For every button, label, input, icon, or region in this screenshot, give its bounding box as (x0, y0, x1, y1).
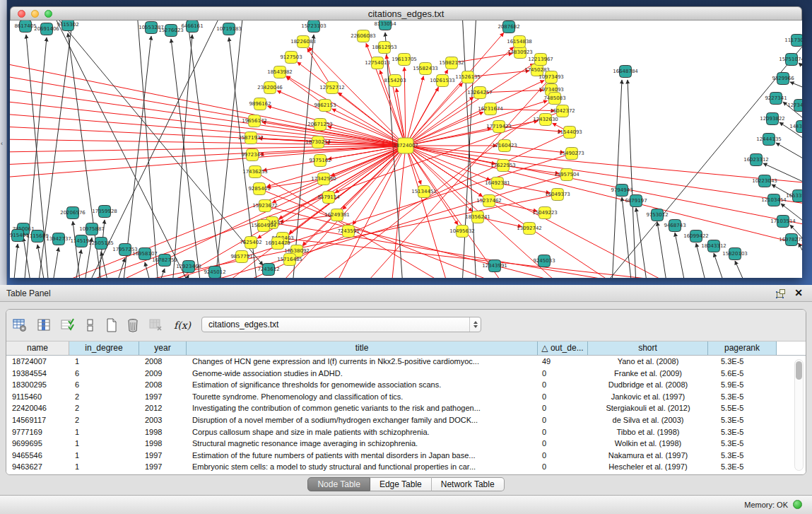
zoom-traffic-light-icon[interactable] (45, 10, 52, 18)
tab-edge-table[interactable]: Edge Table (370, 477, 432, 491)
graph-node-label: 12505185 (88, 240, 114, 246)
column-visibility-button[interactable] (35, 316, 53, 334)
table-cell: 22420046 (6, 402, 69, 414)
table-row[interactable]: 911546021997Tourette syndrome. Phenomeno… (6, 391, 806, 403)
new-document-button[interactable] (102, 316, 121, 334)
graph-node-label: 7243612 (257, 267, 279, 272)
table-select-dropdown[interactable]: citations_edges.txt (201, 317, 481, 332)
row-layout-button[interactable] (81, 316, 100, 334)
table-row[interactable]: 946362711997Embryonic stem cells: a mode… (6, 461, 806, 473)
table-row[interactable]: 946554611997Estimation of the future num… (6, 450, 806, 462)
float-window-icon[interactable] (775, 288, 787, 299)
citation-edge-black (622, 197, 632, 278)
table-settings-button[interactable] (11, 316, 29, 334)
delete-table-button[interactable] (146, 316, 165, 334)
citation-edge (286, 77, 320, 102)
table-cell: 1 (69, 426, 139, 438)
column-header-short[interactable]: short (588, 341, 708, 355)
graph-node-label: 13264257 (467, 90, 493, 95)
graph-node-label: 12754013 (365, 60, 390, 66)
table-panel-header: Table Panel ✕ (0, 285, 812, 302)
graph-node-label: 9285401 (248, 186, 270, 192)
left-panel-edge[interactable]: ‹ (0, 0, 7, 285)
table-cell: 0 (538, 450, 588, 462)
table-row[interactable]: 1830029562008Estimation of significance … (6, 379, 806, 391)
scrollbar-thumb[interactable] (796, 361, 802, 380)
citation-edge (284, 149, 401, 238)
citation-edge (335, 149, 400, 193)
table-cell: 5.3E-5 (708, 414, 777, 426)
graph-node-label: 8154203 (384, 78, 406, 83)
graph-node-label: 17342560 (311, 176, 336, 182)
graph-node-label: 12160423 (492, 143, 517, 148)
column-header-title[interactable]: title (187, 341, 538, 355)
citation-edge (407, 76, 423, 140)
graph-node-label: 9329966 (772, 76, 794, 81)
graph-node-label: 18043312 (701, 243, 726, 249)
citation-edge (474, 71, 529, 76)
graph-node-label: 15716485 (277, 257, 302, 262)
status-bar: Memory: OK (0, 495, 812, 514)
citation-edge (392, 146, 406, 278)
network-window-titlebar[interactable]: citations_edges.txt (10, 6, 802, 21)
table-cell: 1997 (139, 450, 187, 462)
table-cell: 1 (69, 461, 139, 473)
graph-node-label: 15751074 (779, 57, 802, 62)
table-cell: Tibbo et al. (1998) (588, 426, 708, 438)
citation-edge (277, 90, 400, 143)
table-row[interactable]: 977716911998Corpus callosum shape and si… (6, 426, 806, 438)
graph-node-label: 17359928 (92, 209, 117, 214)
network-window[interactable]: citations_edges.txt 18724007182260839127… (10, 6, 802, 278)
minimize-traffic-light-icon[interactable] (31, 10, 39, 18)
function-builder-button[interactable]: f(x) (173, 316, 192, 334)
citation-edge-black (215, 21, 243, 278)
network-canvas[interactable]: 1872400718226083912750318543982234200469… (10, 21, 802, 278)
graph-node-label: 16154838 (507, 39, 532, 45)
citation-edge-black (790, 82, 802, 90)
graph-node-label: 7625402 (240, 240, 261, 245)
tab-network-table[interactable]: Network Table (432, 477, 505, 491)
graph-node-label: 7243591 (337, 228, 359, 234)
column-select-button[interactable] (59, 316, 77, 334)
graph-node-label: 10975887 (79, 226, 105, 232)
table-scrollbar[interactable] (794, 359, 804, 471)
graph-node-label: 15276023 (158, 28, 184, 33)
tab-node-table[interactable]: Node Table (307, 477, 370, 491)
citation-edge (406, 146, 802, 183)
column-header-in_degree[interactable]: in_degree (69, 341, 139, 355)
graph-node-label: 14830923 (507, 49, 533, 55)
graph-node-label: 18724007 (393, 143, 418, 148)
citation-edge-black (657, 222, 667, 278)
close-panel-icon[interactable]: ✕ (794, 287, 803, 298)
citation-edge-black (799, 243, 802, 264)
graph-node-label: 19734093 (539, 87, 564, 93)
table-cell: 5.5E-5 (708, 402, 777, 414)
table-cell: Yano et al. (2008) (588, 356, 708, 368)
table-row[interactable]: 1938455462009Genome-wide association stu… (6, 368, 806, 380)
table-cell: Changes of HCN gene expression and I(f) … (187, 356, 538, 368)
column-header-year[interactable]: year (139, 341, 187, 355)
table-cell: 19384554 (6, 368, 69, 380)
table-cell: 9463627 (6, 461, 69, 473)
delete-button[interactable] (124, 316, 142, 334)
table-cell: Embryonic stem cells: a model to study s… (187, 461, 538, 473)
table-body: 1872400712008Changes of HCN gene express… (6, 356, 806, 473)
graph-node-label: 15582433 (413, 66, 438, 71)
column-header-out_degree[interactable]: △ out_de... (538, 341, 588, 355)
table-row[interactable]: 2242004622012Investigating the contribut… (6, 402, 806, 414)
graph-node-label: 12103454 (761, 197, 787, 203)
dropdown-stepper-icon (469, 317, 481, 332)
table-cell: 2 (69, 414, 139, 426)
table-row[interactable]: 1456911722003Disruption of a novel membe… (6, 414, 806, 426)
table-row[interactable]: 969969511998Structural magnetic resonanc… (6, 438, 806, 450)
citation-edge (10, 88, 406, 146)
citation-edge-black (123, 36, 151, 278)
column-header-pagerank[interactable]: pagerank (708, 341, 777, 355)
table-row[interactable]: 1872400712008Changes of HCN gene express… (6, 356, 806, 368)
citation-edge (259, 139, 312, 142)
column-header-name[interactable]: name (6, 341, 69, 355)
table-cell: Structural magnetic resonance image aver… (187, 438, 538, 450)
table-cell: Estimation of the future numbers of pati… (187, 450, 538, 462)
close-traffic-light-icon[interactable] (18, 10, 25, 18)
table-cell: Estimation of significance thresholds fo… (187, 379, 538, 391)
